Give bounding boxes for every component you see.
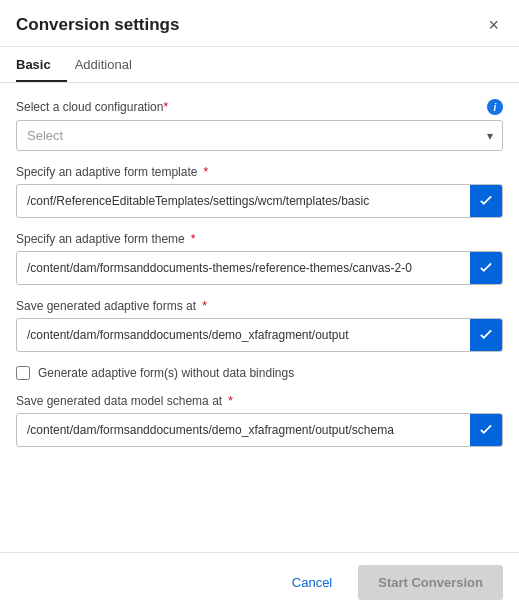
form-theme-field: Specify an adaptive form theme * bbox=[16, 232, 503, 285]
form-theme-input-group bbox=[16, 251, 503, 285]
checkmark-icon bbox=[478, 327, 494, 343]
form-template-input[interactable] bbox=[17, 187, 470, 215]
start-conversion-button[interactable]: Start Conversion bbox=[358, 565, 503, 600]
dialog-title: Conversion settings bbox=[16, 15, 179, 35]
form-theme-label: Specify an adaptive form theme * bbox=[16, 232, 503, 246]
cloud-config-select-wrapper: Select ▾ bbox=[16, 120, 503, 151]
form-theme-input[interactable] bbox=[17, 254, 470, 282]
tab-bar: Basic Additional bbox=[0, 47, 519, 83]
save-schema-field: Save generated data model schema at * bbox=[16, 394, 503, 447]
info-icon[interactable]: i bbox=[487, 99, 503, 115]
form-template-browse-button[interactable] bbox=[470, 185, 502, 217]
save-forms-input[interactable] bbox=[17, 321, 470, 349]
checkmark-icon bbox=[478, 260, 494, 276]
save-forms-label: Save generated adaptive forms at * bbox=[16, 299, 503, 313]
save-forms-input-group bbox=[16, 318, 503, 352]
save-schema-label: Save generated data model schema at * bbox=[16, 394, 503, 408]
cloud-config-label: Select a cloud configuration * i bbox=[16, 99, 503, 115]
save-schema-input-group bbox=[16, 413, 503, 447]
save-forms-browse-button[interactable] bbox=[470, 319, 502, 351]
cloud-config-field: Select a cloud configuration * i Select … bbox=[16, 99, 503, 151]
dialog-footer: Cancel Start Conversion bbox=[0, 552, 519, 612]
cloud-config-select[interactable]: Select bbox=[16, 120, 503, 151]
save-forms-field: Save generated adaptive forms at * bbox=[16, 299, 503, 352]
form-template-field: Specify an adaptive form template * bbox=[16, 165, 503, 218]
form-template-input-group bbox=[16, 184, 503, 218]
checkmark-icon bbox=[478, 422, 494, 438]
save-schema-browse-button[interactable] bbox=[470, 414, 502, 446]
checkmark-icon bbox=[478, 193, 494, 209]
required-star: * bbox=[191, 232, 196, 246]
required-star: * bbox=[202, 299, 207, 313]
no-data-bindings-label: Generate adaptive form(s) without data b… bbox=[38, 366, 294, 380]
save-schema-input[interactable] bbox=[17, 416, 470, 444]
form-template-label: Specify an adaptive form template * bbox=[16, 165, 503, 179]
conversion-settings-dialog: Conversion settings × Basic Additional S… bbox=[0, 0, 519, 612]
form-theme-browse-button[interactable] bbox=[470, 252, 502, 284]
required-star: * bbox=[203, 165, 208, 179]
required-star: * bbox=[163, 100, 168, 114]
cancel-button[interactable]: Cancel bbox=[276, 567, 348, 598]
tab-additional[interactable]: Additional bbox=[75, 47, 148, 82]
dialog-body: Select a cloud configuration * i Select … bbox=[0, 83, 519, 552]
dialog-header: Conversion settings × bbox=[0, 0, 519, 47]
close-button[interactable]: × bbox=[484, 14, 503, 36]
required-star: * bbox=[228, 394, 233, 408]
no-data-bindings-row: Generate adaptive form(s) without data b… bbox=[16, 366, 503, 380]
no-data-bindings-checkbox[interactable] bbox=[16, 366, 30, 380]
tab-basic[interactable]: Basic bbox=[16, 47, 67, 82]
